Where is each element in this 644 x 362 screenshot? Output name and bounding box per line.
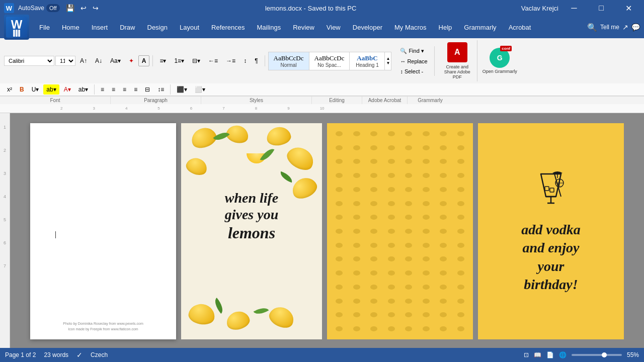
menu-grammarly[interactable]: Grammarly [459, 21, 501, 34]
focus-mode-button[interactable]: ⊡ [524, 351, 529, 358]
dot-cell [366, 127, 382, 140]
style-normal[interactable]: AaBbCcDc Normal [269, 52, 309, 70]
dot [405, 256, 412, 261]
dot [405, 270, 412, 276]
dot [440, 285, 447, 290]
menu-references[interactable]: References [206, 21, 250, 34]
dot-cell [383, 197, 400, 210]
dot-cell [453, 281, 469, 294]
dot [388, 131, 395, 136]
undo-button[interactable]: ↩ [78, 3, 89, 13]
justify-button[interactable]: ≡ [131, 84, 140, 95]
autosave-toggle[interactable]: Off [46, 4, 59, 12]
dot-cell [366, 183, 382, 196]
style-heading1[interactable]: AaBbC Heading 1 [350, 52, 385, 70]
text-effects-button[interactable]: A [138, 55, 150, 66]
restore-button[interactable]: □ [590, 0, 613, 16]
decrease-indent-button[interactable]: ←≡ [205, 55, 221, 66]
sort-button[interactable]: ↕ [240, 55, 250, 66]
dot [353, 256, 360, 261]
dot [336, 201, 343, 206]
dot-cell [331, 211, 348, 224]
columns-button[interactable]: ⊟ [142, 84, 153, 95]
menu-file[interactable]: File [34, 21, 55, 34]
styles-scroll[interactable]: ▲ ▼ [385, 55, 391, 66]
acrobat-section-label: Adobe Acrobat [362, 97, 408, 104]
zoom-slider[interactable] [572, 354, 622, 356]
share-button[interactable]: ↗ [622, 23, 628, 31]
font-style-button[interactable]: Aa▾ [107, 55, 124, 66]
redo-button[interactable]: ↪ [91, 3, 101, 13]
menu-mymacros[interactable]: My Macros [389, 21, 432, 34]
show-formatting-button[interactable]: ¶ [251, 55, 261, 66]
font-name-selector[interactable]: Calibri Arial Times New Roman [4, 56, 54, 66]
menu-view[interactable]: View [321, 21, 346, 34]
menu-home[interactable]: Home [57, 21, 85, 34]
lemon-text: when life gives you lemons [225, 190, 279, 243]
multilevel-list-button[interactable]: ⊟▾ [189, 55, 204, 66]
line-spacing-button[interactable]: ↕≡ [154, 84, 167, 95]
document-area[interactable]: Photo by Dominika Roseclay from www.pexe… [10, 113, 644, 362]
close-button[interactable]: ✕ [617, 0, 640, 16]
shrink-font-button[interactable]: A↓ [92, 55, 106, 66]
lemon-background: when life gives you lemons [181, 123, 322, 339]
select-button[interactable]: ↕ Select - [396, 67, 431, 76]
underline-button[interactable]: U▾ [29, 84, 42, 95]
menu-mailings[interactable]: Mailings [252, 21, 286, 34]
grammarly-icon: G conf [490, 48, 510, 68]
align-left-button[interactable]: ≡ [98, 84, 107, 95]
menu-help[interactable]: Help [434, 21, 457, 34]
zoom-level[interactable]: 55% [627, 351, 639, 358]
bullet-list-button[interactable]: ≡▾ [156, 55, 170, 66]
borders-button[interactable]: ⬜▾ [192, 84, 208, 95]
dot [353, 326, 360, 331]
dot [457, 215, 464, 220]
autosave-control[interactable]: AutoSave Off [18, 4, 60, 12]
minimize-button[interactable]: ─ [562, 0, 586, 16]
shading-button[interactable]: ⬛▾ [174, 84, 190, 95]
font-color-button[interactable]: A▾ [61, 84, 74, 95]
menu-layout[interactable]: Layout [175, 21, 204, 34]
save-button[interactable]: 💾 [64, 3, 76, 13]
dot-cell [383, 127, 400, 140]
style-nospace[interactable]: AaBbCcDc No Spac... [309, 52, 350, 70]
print-layout-button[interactable]: 📄 [546, 351, 554, 358]
find-button[interactable]: 🔍 Find ▾ [396, 46, 431, 56]
dot [440, 229, 447, 234]
numbered-list-button[interactable]: 1≡▾ [171, 55, 188, 66]
font-size-selector[interactable]: 11 12 14 [55, 56, 75, 66]
dot-cell [383, 322, 400, 335]
highlight-button[interactable]: ab▾ [43, 84, 59, 95]
menu-developer[interactable]: Developer [348, 21, 387, 34]
language[interactable]: Czech [91, 351, 108, 358]
dot [423, 285, 430, 290]
read-mode-button[interactable]: 📖 [534, 351, 541, 358]
menu-acrobat[interactable]: Acrobat [504, 21, 536, 34]
increase-indent-button[interactable]: →≡ [222, 55, 239, 66]
superscript-button[interactable]: x² [4, 84, 15, 95]
menu-design[interactable]: Design [142, 21, 173, 34]
title-bar: W AutoSave Off 💾 ↩ ↪ lemons.docx - Saved… [0, 0, 644, 16]
dot-cell [331, 281, 348, 294]
page-4-birthday: add vodka and enjoy your birthday! [478, 123, 624, 339]
dot [423, 256, 430, 261]
dot-cell [383, 295, 400, 308]
align-right-button[interactable]: ≡ [120, 84, 129, 95]
tell-me-input[interactable]: Tell me [600, 24, 619, 31]
menu-review[interactable]: Review [288, 21, 319, 34]
text-bg-button[interactable]: ab▾ [75, 84, 91, 95]
grow-font-button[interactable]: A↑ [76, 55, 91, 66]
dot [423, 215, 430, 220]
align-center-button[interactable]: ≡ [109, 84, 118, 95]
menu-draw[interactable]: Draw [115, 21, 140, 34]
search-ribbon-button[interactable]: 🔍 [587, 23, 597, 32]
bold-button[interactable]: B [17, 84, 27, 95]
replace-button[interactable]: ↔ Replace [396, 57, 431, 66]
comments-button[interactable]: 💬 [631, 23, 640, 31]
menu-insert[interactable]: Insert [87, 21, 113, 34]
web-view-button[interactable]: 🌐 [559, 351, 567, 358]
track-changes-icon[interactable]: ✓ [76, 351, 83, 359]
dot-cell [453, 155, 469, 168]
dot-cell [383, 141, 400, 154]
clear-format-button[interactable]: ✦ [125, 55, 137, 66]
